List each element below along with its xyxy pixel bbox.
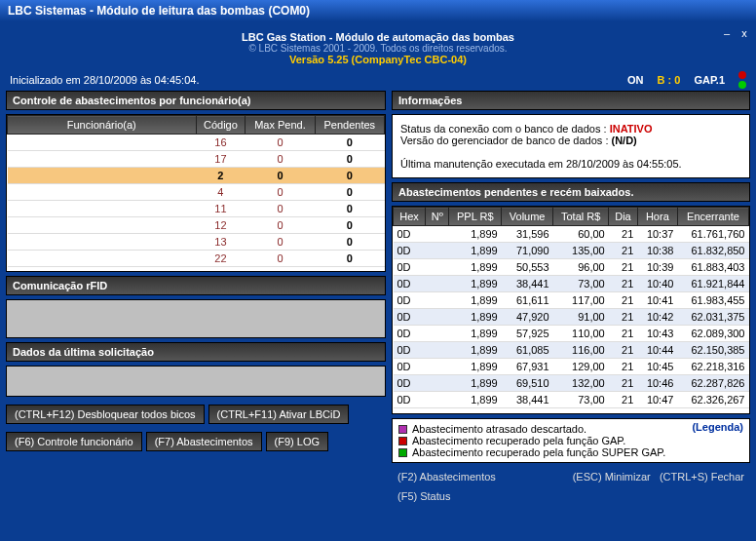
info-header: Informações [392,91,750,110]
rfid-panel [6,299,386,338]
foot-f5[interactable]: (F5) Status [397,490,450,502]
table-row[interactable]: 0D1,89931,59660,002110:3761.761,760 [394,226,749,243]
lastreq-header: Dados da última solicitação [6,342,386,362]
employee-control-button[interactable]: (F6) Controle funcionário [6,432,142,451]
table-row[interactable]: 1200 [8,217,385,234]
col-enc[interactable]: Encerrante [677,208,748,226]
header-copyright: © LBC Sistemas 2001 - 2009. Todos os dir… [10,43,746,54]
minimize-button[interactable]: – [721,27,733,39]
header-title: LBC Gas Station - Módulo de automação da… [10,31,746,43]
right-footer2: (F5) Status [392,490,750,506]
table-row[interactable]: 0D1,89961,611117,002110:4161.983,455 [394,292,749,309]
conn-label: Status da conexão com o banco de dados : [400,123,607,135]
log-button[interactable]: (F9) LOG [266,432,328,451]
col-tot[interactable]: Total R$ [553,208,609,226]
table-row[interactable]: 1400 [8,267,385,273]
table-row[interactable]: 0D1,89938,44173,002110:4762.326,267 [394,392,749,408]
legend-line2: Abastecimento recuperado pela função GAP… [412,435,625,446]
col-cod[interactable]: Código [196,116,246,135]
legend-line3: Abastecimento recuperado pela função SUP… [412,446,665,458]
legend-magenta-icon [398,425,407,434]
table-row[interactable]: 1100 [8,201,385,217]
col-hora[interactable]: Hora [637,208,677,226]
legend-title: (Legenda) [692,421,743,433]
header-version: Versão 5.25 (CompanyTec CBC-04) [10,54,746,65]
dbver-label: Versão do gerenciador de banco de dados … [400,135,608,146]
status-line: Inicializado em 28/10/2009 às 04:45:04. … [6,69,750,91]
col-ppl[interactable]: PPL R$ [449,208,502,226]
conn-value: INATIVO [610,123,653,135]
col-hex[interactable]: Hex [394,208,426,226]
table-row[interactable]: 0D1,89961,085116,002110:4462.150,385 [394,342,749,359]
maintenance-text: Última manutenção executada em 28/10/200… [400,158,741,170]
legend-green-icon [398,448,407,457]
foot-f2[interactable]: (F2) Abastecimentos [397,471,496,483]
col-max[interactable]: Max Pend. [246,116,315,135]
table-row[interactable]: 1700 [8,151,385,168]
activate-lbcid-button[interactable]: (CTRL+F11) Ativar LBCiD [208,405,350,424]
window-titlebar: LBC Sistemas - Módulo de leitura das bom… [0,0,756,21]
fillings-header: Abastecimentos pendentes e recém baixado… [392,182,750,202]
close-button[interactable]: x [738,27,750,39]
table-row[interactable]: 0D1,89969,510132,002110:4662.287,826 [394,375,749,392]
table-row[interactable]: 1600 [8,135,385,151]
foot-esc[interactable]: (ESC) Minimizar [573,471,651,483]
app-header: – x LBC Gas Station - Módulo de automaçã… [6,27,750,69]
legend-red-icon [398,437,407,445]
table-row[interactable]: 0D1,89967,931129,002110:4562.218,316 [394,359,749,375]
table-row[interactable]: 1300 [8,234,385,251]
led-green-icon [738,81,746,89]
employees-table[interactable]: Funcionário(a) Código Max Pend. Pendente… [7,115,385,272]
col-vol[interactable]: Volume [502,208,553,226]
col-pend[interactable]: Pendentes [315,116,384,135]
status-gap: GAP.1 [694,74,725,86]
table-row[interactable]: 200 [8,168,385,184]
col-func[interactable]: Funcionário(a) [8,116,197,135]
table-row[interactable]: 0D1,89938,44173,002110:4061.921,844 [394,276,749,292]
init-timestamp: Inicializado em 28/10/2009 às 04:45:04. [10,74,199,86]
lastreq-panel [6,366,386,397]
status-b: B : 0 [658,74,681,86]
legend-line1: Abastecimento atrasado descartado. [412,423,586,435]
fillings-button[interactable]: (F7) Abastecimentos [146,432,262,451]
rfid-header: Comunicação rFID [6,276,386,295]
col-no[interactable]: Nº [426,208,449,226]
table-row[interactable]: 0D1,89950,55396,002110:3961.883,403 [394,259,749,276]
window-title: LBC Sistemas - Módulo de leitura das bom… [8,4,310,18]
right-footer: (F2) Abastecimentos (ESC) Minimizar (CTR… [392,467,750,486]
table-row[interactable]: 2200 [8,251,385,267]
led-red-icon [738,71,746,79]
table-row[interactable]: 0D1,89957,925110,002110:4362.089,300 [394,326,749,342]
table-row[interactable]: 0D1,89947,92091,002110:4262.031,375 [394,309,749,326]
unlock-nozzles-button[interactable]: (CTRL+F12) Desbloquear todos bicos [6,405,205,424]
table-row[interactable]: 400 [8,184,385,201]
dbver-value: (N/D) [612,135,637,146]
table-row[interactable]: 0D1,89971,090135,002110:3861.832,850 [394,243,749,259]
fillings-table[interactable]: Hex Nº PPL R$ Volume Total R$ Dia Hora E… [393,207,749,408]
legend-panel: (Legenda) Abastecimento atrasado descart… [392,418,750,463]
foot-ctrls[interactable]: (CTRL+S) Fechar [660,471,744,483]
status-on: ON [627,74,644,86]
info-panel: Status da conexão com o banco de dados :… [392,114,750,178]
col-dia[interactable]: Dia [609,208,638,226]
employees-header: Controle de abastecimentos por funcionár… [6,91,386,110]
